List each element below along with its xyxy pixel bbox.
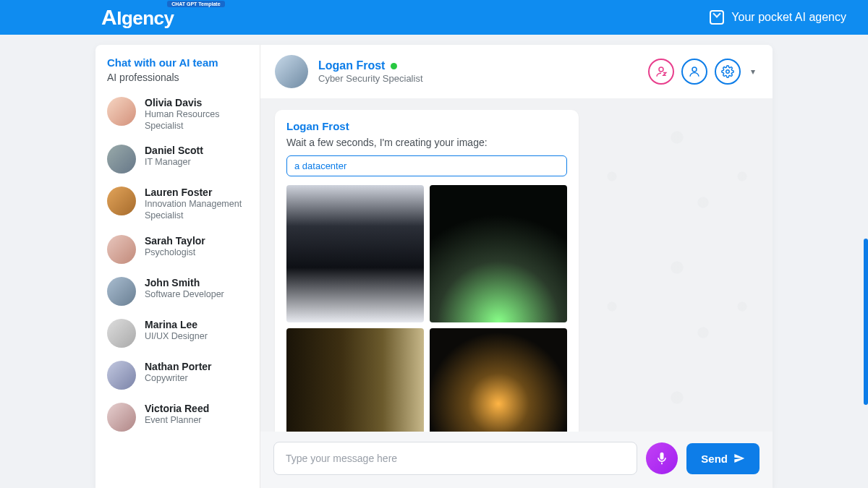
list-item[interactable]: Lauren FosterInnovation Management Speci…: [95, 180, 260, 228]
send-icon: [733, 453, 745, 464]
svg-point-2: [726, 70, 730, 74]
settings-button[interactable]: [715, 59, 741, 85]
voice-button[interactable]: [646, 442, 678, 474]
list-item[interactable]: John SmithSoftware Developer: [95, 270, 260, 312]
chat-panel: Logan Frost Cyber Security Specialist ▾: [260, 45, 773, 488]
brand-logo[interactable]: AIgency CHAT GPT Template: [101, 5, 174, 30]
send-button[interactable]: Send: [686, 443, 760, 474]
avatar: [107, 235, 136, 264]
member-role: Psychologist: [145, 247, 205, 259]
message-text: Wait a few seconds, I'm creating your im…: [286, 137, 567, 148]
chat-user-name: Logan Frost: [318, 59, 385, 72]
tagline-text: Your pocket AI agency: [731, 11, 846, 24]
list-item[interactable]: Nathan PorterCopywriter: [95, 354, 260, 396]
member-role: Event Planner: [145, 415, 209, 427]
member-role: Software Developer: [145, 289, 224, 301]
profile-button[interactable]: [681, 59, 707, 85]
member-name: John Smith: [145, 277, 224, 288]
chat-body[interactable]: Logan Frost Wait a few seconds, I'm crea…: [260, 98, 773, 432]
tagline[interactable]: Your pocket AI agency: [710, 10, 846, 25]
svg-point-0: [659, 67, 663, 72]
send-label: Send: [701, 453, 728, 465]
avatar: [107, 319, 136, 348]
top-bar: AIgency CHAT GPT Template Your pocket AI…: [0, 0, 868, 35]
chat-user-role: Cyber Security Specialist: [318, 73, 423, 84]
member-role: Human Resources Specialist: [145, 109, 248, 132]
sleep-user-button[interactable]: [648, 59, 674, 85]
member-name: Marina Lee: [145, 319, 208, 330]
chat-user-avatar[interactable]: [275, 55, 308, 88]
avatar: [107, 277, 136, 306]
message-bubble: Logan Frost Wait a few seconds, I'm crea…: [275, 110, 579, 432]
member-role: Innovation Management Specialist: [145, 199, 248, 221]
sidebar-subtitle: AI professionals: [107, 72, 248, 83]
list-item[interactable]: Olivia DavisHuman Resources Specialist: [95, 90, 260, 138]
sidebar: Chat with our AI team AI professionals O…: [95, 45, 260, 488]
scrollbar-thumb[interactable]: [864, 239, 868, 405]
avatar: [107, 187, 136, 215]
brand-badge: CHAT GPT Template: [167, 1, 224, 7]
svg-point-1: [692, 67, 697, 72]
generated-image[interactable]: [430, 185, 567, 322]
member-name: Daniel Scott: [145, 145, 203, 156]
message-input[interactable]: [273, 442, 637, 475]
status-online-icon: [391, 63, 397, 69]
member-list[interactable]: Olivia DavisHuman Resources Specialist D…: [95, 90, 260, 488]
image-prompt-tag[interactable]: a datacenter: [286, 155, 567, 176]
message-sender: Logan Frost: [286, 120, 567, 132]
member-role: UI/UX Designer: [145, 331, 208, 343]
member-name: Nathan Porter: [145, 361, 212, 372]
generated-image[interactable]: [430, 328, 567, 432]
app-panel: Chat with our AI team AI professionals O…: [95, 45, 773, 488]
bookmark-icon: [710, 10, 724, 25]
member-name: Olivia Davis: [145, 97, 248, 108]
member-role: IT Manager: [145, 157, 203, 168]
chevron-down-icon[interactable]: ▾: [748, 64, 758, 80]
avatar: [107, 97, 136, 126]
list-item[interactable]: Daniel ScottIT Manager: [95, 138, 260, 180]
member-name: Lauren Foster: [145, 187, 248, 198]
avatar: [107, 403, 136, 432]
list-item[interactable]: Sarah TaylorPsychologist: [95, 228, 260, 270]
generated-image-grid: [286, 185, 567, 432]
list-item[interactable]: Victoria ReedEvent Planner: [95, 396, 260, 438]
chat-header: Logan Frost Cyber Security Specialist ▾: [260, 45, 773, 98]
chat-input-row: Send: [260, 432, 773, 488]
member-role: Copywriter: [145, 373, 212, 385]
avatar: [107, 361, 136, 390]
list-item[interactable]: Marina LeeUI/UX Designer: [95, 312, 260, 354]
member-name: Sarah Taylor: [145, 235, 205, 247]
member-name: Victoria Reed: [145, 403, 209, 414]
sidebar-title: Chat with our AI team: [107, 56, 248, 69]
generated-image[interactable]: [286, 328, 424, 432]
microphone-icon: [655, 451, 669, 466]
avatar: [107, 145, 136, 174]
generated-image[interactable]: [286, 185, 424, 322]
